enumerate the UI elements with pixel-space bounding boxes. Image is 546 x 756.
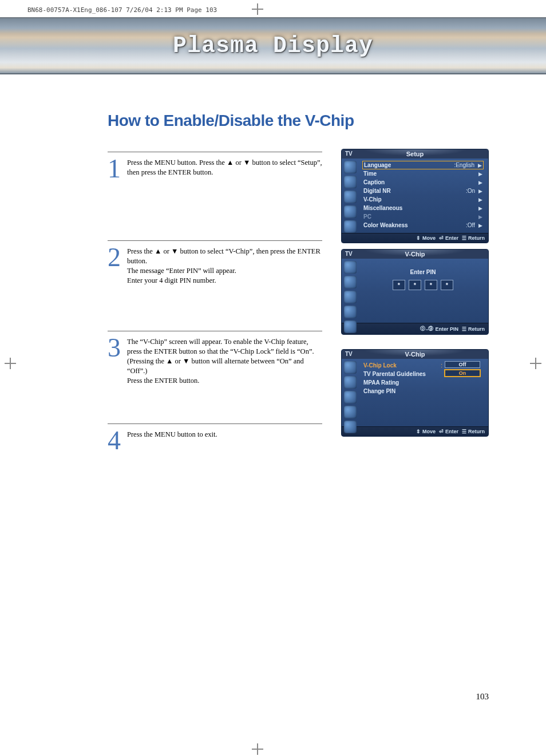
setup-icon [344,220,357,233]
osd-icon-strip [344,261,358,335]
foot-enter: Enter [445,429,458,434]
banner-title: Plasma Display [173,33,373,59]
osd-footer: ⓪..⑨Enter PIN ☰Return [342,323,488,334]
row-label: V-Chip [363,196,478,203]
crop-info: BN68-00757A-X1Eng_086-107 7/26/04 2:13 P… [27,6,217,14]
osd-tv-label: TV [345,251,353,257]
pin-digit[interactable]: * [425,280,437,290]
step-number: 1 [108,157,127,180]
menu-row-language[interactable]: Language : English ▶ [362,161,484,169]
setup-icon [344,191,357,203]
osd-title: V-Chip [405,351,425,358]
menu-row-misc[interactable]: Miscellaneous ▶ [362,204,484,212]
osd-header: TV Setup [342,149,488,159]
row-value: English [456,162,474,168]
chevron-right-icon: ▶ [478,223,482,228]
menu-row-caption[interactable]: Caption ▶ [362,178,484,187]
chevron-right-icon: ▶ [478,214,482,220]
osd-tv-label: TV [345,151,353,157]
setup-icon [344,261,357,274]
setup-icon [344,421,357,433]
osd-footer: ⇕Move ⏎Enter ☰Return [342,426,488,436]
pin-digit[interactable]: * [393,280,405,290]
foot-return: Return [468,326,485,332]
updown-icon: ⇕ [416,429,421,434]
row-label: TV Parental Guidelines [363,371,442,377]
row-label: Color Weakness [363,222,462,228]
option-off[interactable]: Off [445,361,480,368]
setup-icon [344,205,357,218]
setup-icon [344,361,357,374]
colon: : [441,362,442,369]
setup-icon [344,320,357,333]
step-text: Press the MENU button. Press the ▲ or ▼ … [127,157,322,177]
step-text: Press the MENU button to exit. [127,429,217,440]
option-on[interactable]: On [445,370,480,377]
setup-icon [344,406,357,418]
banner: Plasma Display [0,17,546,74]
pin-digit[interactable]: * [441,280,453,290]
foot-return: Return [468,429,485,434]
row-label: Language [364,162,450,168]
osd-header: TV V-Chip [342,350,488,359]
foot-enter-pin: Enter PIN [435,326,458,332]
row-label: Miscellaneous [363,205,478,211]
osd-vchip-settings: TV V-Chip V-Chip Lock : TV Parental Guid [341,349,489,437]
foot-enter: Enter [445,235,458,241]
page-number: 103 [476,692,489,702]
osd-tv-label: TV [345,351,353,357]
return-icon: ☰ [462,235,466,241]
page-title: How to Enable/Disable the V-Chip [108,112,354,130]
osd-header: TV V-Chip [342,250,488,259]
row-label: Caption [363,179,478,185]
menu-row-digital-nr[interactable]: Digital NR : On ▶ [362,187,484,195]
setup-icon [344,176,357,188]
foot-return: Return [468,235,485,241]
menu-row-pc: PC ▶ [362,212,484,221]
menu-row-vchip[interactable]: V-Chip ▶ [362,195,484,204]
menu-row-change-pin[interactable]: Change PIN [362,387,444,395]
step-number: 4 [108,429,127,452]
enter-pin-label: Enter PIN [362,269,484,275]
menu-row-mpaa[interactable]: MPAA Rating [362,378,444,387]
step-number: 2 [108,246,127,269]
row-value: On [468,188,475,194]
row-label: Change PIN [363,388,442,394]
step-text: Press the ▲ or ▼ button to select “V-Chi… [127,246,322,286]
setup-icon [344,291,357,303]
setup-icon [344,376,357,389]
steps: 1 Press the MENU button. Press the ▲ or … [108,152,322,458]
row-label: PC [363,213,478,220]
return-icon: ☰ [462,326,466,332]
osd-title: Setup [406,151,424,157]
step-text: The “V-Chip” screen will appear. To enab… [127,336,322,385]
return-icon: ☰ [462,429,466,434]
osd-title: V-Chip [405,251,425,258]
crop-mark-left [5,358,16,369]
menu-row-color-weakness[interactable]: Color Weakness : Off ▶ [362,221,484,229]
number-icon: ⓪..⑨ [420,325,433,333]
menu-row-time[interactable]: Time ▶ [362,169,484,178]
menu-row-tv-guidelines[interactable]: TV Parental Guidelines [362,370,444,378]
chevron-right-icon: ▶ [478,205,482,211]
step-1: 1 Press the MENU button. Press the ▲ or … [108,152,322,235]
chevron-right-icon: ▶ [478,163,482,168]
row-label: MPAA Rating [363,379,442,386]
row-label: Time [363,171,478,177]
crop-mark-right [530,358,541,369]
chevron-right-icon: ▶ [478,188,482,194]
row-label: V-Chip Lock [363,362,437,369]
step-number: 3 [108,336,127,359]
enter-icon: ⏎ [439,429,444,434]
step-2: 2 Press the ▲ or ▼ button to select “V-C… [108,240,322,325]
setup-icon [344,276,357,288]
foot-move: Move [422,235,436,241]
setup-icon [344,391,357,403]
pin-digit[interactable]: * [409,280,421,290]
chevron-right-icon: ▶ [478,171,482,177]
osd-icon-strip [344,161,358,235]
menu-row-vchip-lock[interactable]: V-Chip Lock : [362,361,444,370]
chevron-right-icon: ▶ [478,180,482,185]
setup-icon [344,161,357,173]
row-label: Digital NR [363,188,462,194]
